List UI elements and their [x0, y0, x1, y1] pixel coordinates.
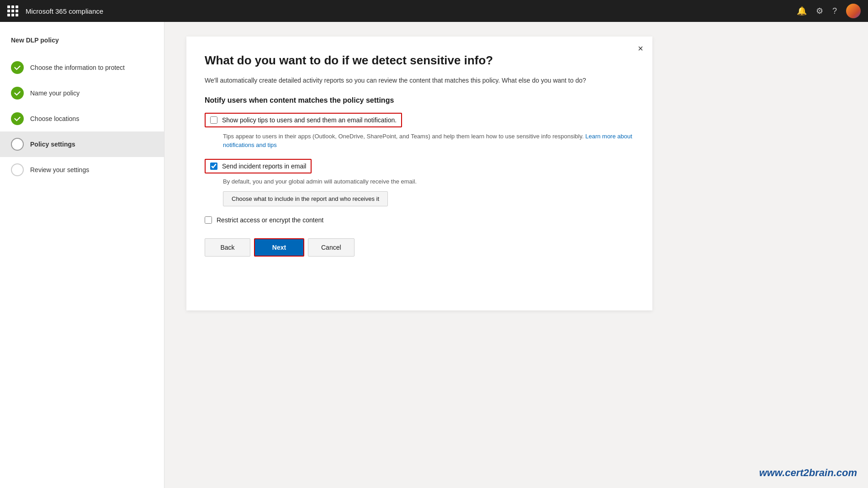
restrict-checkbox[interactable]: [205, 216, 212, 224]
sidebar: New DLP policy Choose the information to…: [0, 22, 164, 488]
topbar-right-icons: 🔔 ⚙ ?: [797, 4, 861, 18]
next-button[interactable]: Next: [254, 238, 304, 257]
step-circle-1: [11, 61, 24, 74]
restrict-label: Restrict access or encrypt the content: [217, 216, 323, 224]
sidebar-item-policy-settings[interactable]: Policy settings: [0, 131, 164, 157]
settings-icon[interactable]: ⚙: [816, 6, 823, 16]
step-circle-5: [11, 163, 24, 176]
panel-description: We'll automatically create detailed acti…: [205, 76, 634, 85]
panel-heading: What do you want to do if we detect sens…: [205, 53, 634, 68]
send-incident-label: Send incident reports in email: [222, 163, 306, 170]
sidebar-item-label-4: Policy settings: [30, 141, 75, 148]
action-row: Back Next Cancel: [205, 238, 634, 257]
show-policy-tips-row: Show policy tips to users and send them …: [205, 113, 634, 127]
choose-report-button[interactable]: Choose what to include in the report and…: [223, 191, 388, 206]
sidebar-item-choose-locations[interactable]: Choose locations: [0, 106, 164, 131]
sidebar-title: New DLP policy: [0, 37, 164, 55]
sidebar-item-name-policy[interactable]: Name your policy: [0, 80, 164, 106]
cancel-button[interactable]: Cancel: [308, 238, 355, 257]
show-policy-tips-checkbox-container[interactable]: Show policy tips to users and send them …: [205, 113, 402, 127]
content-area: × What do you want to do if we detect se…: [164, 22, 868, 488]
step-circle-3: [11, 112, 24, 125]
notify-heading: Notify users when content matches the po…: [205, 96, 634, 105]
watermark: www.cert2brain.com: [759, 467, 857, 479]
close-button[interactable]: ×: [638, 44, 643, 53]
step-circle-2: [11, 87, 24, 100]
topbar: Microsoft 365 compliance 🔔 ⚙ ?: [0, 0, 868, 22]
panel: × What do you want to do if we detect se…: [186, 37, 652, 310]
avatar[interactable]: [846, 4, 861, 18]
sidebar-item-label-2: Name your policy: [30, 89, 79, 97]
show-policy-tips-checkbox[interactable]: [210, 116, 217, 124]
app-launcher-icon[interactable]: [7, 5, 18, 16]
incident-section: Send incident reports in email By defaul…: [205, 159, 634, 207]
send-incident-checkbox[interactable]: [210, 163, 217, 170]
sidebar-item-choose-info[interactable]: Choose the information to protect: [0, 55, 164, 80]
main-layout: New DLP policy Choose the information to…: [0, 22, 868, 488]
restrict-row: Restrict access or encrypt the content: [205, 216, 634, 224]
show-policy-tips-label: Show policy tips to users and send them …: [222, 116, 397, 124]
send-incident-checkbox-container[interactable]: Send incident reports in email: [205, 159, 312, 173]
app-title: Microsoft 365 compliance: [26, 7, 103, 15]
show-policy-tips-helper: Tips appear to users in their apps (Outl…: [223, 132, 634, 150]
back-button[interactable]: Back: [205, 238, 250, 257]
sidebar-item-label-3: Choose locations: [30, 115, 79, 122]
help-icon[interactable]: ?: [832, 6, 837, 16]
sidebar-item-label-1: Choose the information to protect: [30, 64, 125, 71]
send-incident-helper: By default, you and your global admin wi…: [223, 177, 634, 186]
sidebar-item-label-5: Review your settings: [30, 166, 89, 173]
step-circle-4: [11, 138, 24, 151]
sidebar-item-review-settings[interactable]: Review your settings: [0, 157, 164, 183]
notification-icon[interactable]: 🔔: [797, 6, 807, 16]
